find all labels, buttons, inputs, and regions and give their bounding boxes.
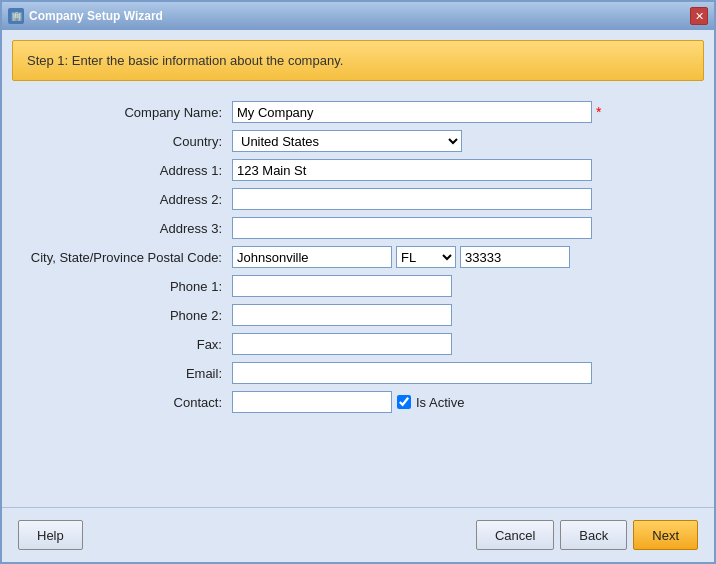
step-banner: Step 1: Enter the basic information abou… <box>12 40 704 81</box>
address1-label: Address 1: <box>22 163 232 178</box>
main-window: 🏢 Company Setup Wizard ✕ Step 1: Enter t… <box>0 0 716 564</box>
help-button[interactable]: Help <box>18 520 83 550</box>
step-banner-text: Step 1: Enter the basic information abou… <box>27 53 343 68</box>
address2-label: Address 2: <box>22 192 232 207</box>
email-row: Email: <box>22 362 694 384</box>
phone2-label: Phone 2: <box>22 308 232 323</box>
fax-label: Fax: <box>22 337 232 352</box>
window-title: Company Setup Wizard <box>29 9 163 23</box>
address2-row: Address 2: <box>22 188 694 210</box>
city-state-postal-label: City, State/Province Postal Code: <box>22 250 232 265</box>
next-button[interactable]: Next <box>633 520 698 550</box>
contact-input[interactable] <box>232 391 392 413</box>
cancel-button[interactable]: Cancel <box>476 520 554 550</box>
email-input[interactable] <box>232 362 592 384</box>
address2-input[interactable] <box>232 188 592 210</box>
phone1-label: Phone 1: <box>22 279 232 294</box>
country-row: Country: United States Canada Mexico Uni… <box>22 130 694 152</box>
footer-right: Cancel Back Next <box>476 520 698 550</box>
address3-label: Address 3: <box>22 221 232 236</box>
phone1-input[interactable] <box>232 275 452 297</box>
email-label: Email: <box>22 366 232 381</box>
required-star: * <box>596 104 601 120</box>
company-name-label: Company Name: <box>22 105 232 120</box>
is-active-label: Is Active <box>416 395 464 410</box>
title-bar: 🏢 Company Setup Wizard ✕ <box>2 2 714 30</box>
fax-input[interactable] <box>232 333 452 355</box>
contact-row: Contact: Is Active <box>22 391 694 413</box>
footer-left: Help <box>18 520 83 550</box>
window-icon: 🏢 <box>8 8 24 24</box>
phone2-input[interactable] <box>232 304 452 326</box>
postal-input[interactable] <box>460 246 570 268</box>
footer: Help Cancel Back Next <box>2 507 714 562</box>
contact-label: Contact: <box>22 395 232 410</box>
city-state-postal-row: City, State/Province Postal Code: FL AL … <box>22 246 694 268</box>
title-bar-left: 🏢 Company Setup Wizard <box>8 8 163 24</box>
contact-active-row: Is Active <box>232 391 464 413</box>
city-state-postal-inputs: FL AL AK CA NY TX <box>232 246 570 268</box>
company-name-row: Company Name: * <box>22 101 694 123</box>
is-active-checkbox[interactable] <box>397 395 411 409</box>
country-label: Country: <box>22 134 232 149</box>
address1-row: Address 1: <box>22 159 694 181</box>
back-button[interactable]: Back <box>560 520 627 550</box>
city-input[interactable] <box>232 246 392 268</box>
address1-input[interactable] <box>232 159 592 181</box>
phone1-row: Phone 1: <box>22 275 694 297</box>
phone2-row: Phone 2: <box>22 304 694 326</box>
close-button[interactable]: ✕ <box>690 7 708 25</box>
company-name-input[interactable] <box>232 101 592 123</box>
address3-row: Address 3: <box>22 217 694 239</box>
state-select[interactable]: FL AL AK CA NY TX <box>396 246 456 268</box>
fax-row: Fax: <box>22 333 694 355</box>
country-select[interactable]: United States Canada Mexico United Kingd… <box>232 130 462 152</box>
address3-input[interactable] <box>232 217 592 239</box>
form-content: Company Name: * Country: United States C… <box>2 86 714 507</box>
